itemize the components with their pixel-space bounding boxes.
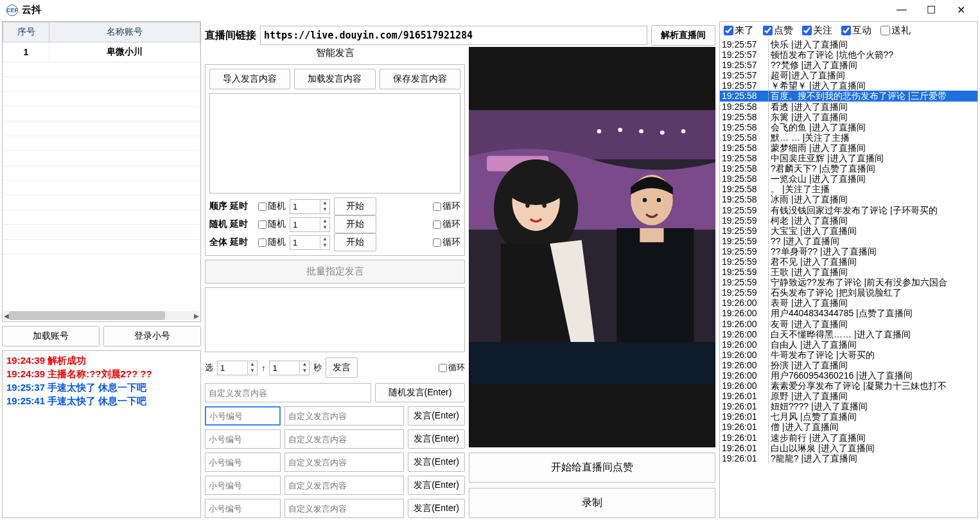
feed-row[interactable]: 19:25:57快乐 |进入了直播间 [720, 39, 977, 49]
batch-input[interactable] [205, 287, 465, 352]
feed-row[interactable]: 19:25:58?君麟天下? |点赞了直播间 [720, 163, 977, 174]
scroll-thumb[interactable] [9, 311, 165, 320]
delay-spinner[interactable]: ▲▼ [290, 235, 330, 250]
random-speak-button[interactable]: 随机发言(Enter) [375, 383, 465, 402]
alt-account-id-input[interactable] [205, 499, 281, 518]
parse-stream-button[interactable]: 解析直播间 [651, 25, 715, 46]
filter-互动[interactable]: 互动 [841, 24, 871, 37]
custom-content-input[interactable] [284, 499, 404, 518]
table-row[interactable]: 1卑微小川 [3, 42, 200, 62]
accounts-table[interactable]: 序号 名称账号 1卑微小川 [3, 22, 200, 269]
close-button[interactable]: ✕ [956, 4, 966, 15]
feed-row[interactable]: 19:26:00白天不懂晔得黑…… |进入了直播间 [720, 329, 977, 339]
feed-row[interactable]: 19:25:58会飞的鱼 |进入了直播间 [720, 122, 977, 132]
filter-送礼[interactable]: 送礼 [880, 24, 911, 37]
speak-enter-button[interactable]: 发言(Enter) [408, 476, 465, 495]
speak-enter-button[interactable]: 发言(Enter) [408, 499, 465, 518]
loop-checkbox[interactable]: 循环 [433, 201, 460, 212]
start-button[interactable]: 开始 [334, 197, 376, 215]
feed-row[interactable]: 19:26:01原野 |进入了直播间 [720, 391, 977, 401]
delay-spinner[interactable]: ▲▼ [290, 199, 330, 214]
custom-content-input[interactable] [284, 429, 404, 449]
feed-row[interactable]: 19:26:01妞妞???? |进入了直播间 [720, 401, 977, 411]
feed-row[interactable]: 19:25:57超哥|进入了直播间 [720, 70, 977, 80]
custom-content-input[interactable] [284, 453, 404, 472]
feed-row[interactable]: 19:25:58默… … |关注了主播 [720, 132, 977, 143]
feed-row[interactable]: 19:26:01僧 |进入了直播间 [720, 422, 977, 432]
feed-row[interactable]: 19:25:58中国裴庄亚辉 |进入了直播间 [720, 153, 977, 163]
random-checkbox[interactable]: 随机 [258, 237, 286, 248]
feed-row[interactable]: 19:25:58看透 |进入了直播间 [720, 102, 977, 112]
custom-content-input[interactable] [284, 406, 404, 426]
scroll-right-icon[interactable]: ▶ [192, 311, 201, 320]
alt-account-id-input[interactable] [205, 429, 281, 449]
save-speech-button[interactable]: 保存发言内容 [380, 69, 460, 89]
alt-account-id-input[interactable] [205, 406, 281, 426]
event-feed[interactable]: 19:25:57快乐 |进入了直播间19:25:57顿悟发布了评论 |坑他个火箭… [720, 39, 977, 517]
select-loop-checkbox[interactable]: 循环 [439, 362, 465, 373]
alt-account-id-input[interactable] [205, 476, 281, 495]
feed-row[interactable]: 19:26:00扮演 |进入了直播间 [720, 360, 977, 370]
select-from-spinner[interactable]: ▲▼ [217, 361, 258, 375]
start-button[interactable]: 开始 [334, 215, 376, 233]
filter-来了[interactable]: 来了 [724, 24, 754, 37]
load-accounts-button[interactable]: 加载账号 [2, 326, 100, 346]
feed-row[interactable]: 19:26:00用户7660954360216 |进入了直播间 [720, 370, 977, 381]
speak-enter-button[interactable]: 发言(Enter) [408, 406, 465, 426]
custom-speech-input[interactable] [205, 383, 371, 402]
horizontal-scrollbar[interactable]: ◀ ▶ [4, 311, 199, 320]
col-header-name[interactable]: 名称账号 [49, 22, 200, 42]
feed-row[interactable]: 19:25:59柯老 |进入了直播间 [720, 215, 977, 226]
alt-account-id-input[interactable] [205, 453, 281, 472]
select-to-spinner[interactable]: ▲▼ [269, 361, 310, 375]
feed-row[interactable]: 19:25:59石头发布了评论 |把刘晨说脸红了 [720, 287, 977, 298]
feed-row[interactable]: 19:26:00友哥 |进入了直播间 [720, 319, 977, 329]
stream-url-input[interactable] [260, 26, 647, 45]
speak-enter-button[interactable]: 发言(Enter) [408, 429, 465, 449]
feed-row[interactable]: 19:25:58蒙梦细雨 |进入了直播间 [720, 143, 977, 153]
feed-row[interactable]: 19:25:59王歌 |进入了直播间 [720, 267, 977, 277]
feed-row[interactable]: 19:25:57￥希望￥ |进入了直播间 [720, 80, 977, 91]
feed-row[interactable]: 19:26:00自由人 |进入了直播间 [720, 339, 977, 350]
feed-row[interactable]: 19:25:57??梵修 |进入了直播间 [720, 60, 977, 70]
speech-content-textarea[interactable] [209, 93, 460, 193]
loop-checkbox[interactable]: 循环 [433, 219, 460, 230]
feed-row[interactable]: 19:25:58一览众山 |进入了直播间 [720, 174, 977, 184]
feed-row[interactable]: 19:25:58。 |关注了主播 [720, 184, 977, 194]
feed-row[interactable]: 19:25:59?? |进入了直播间 [720, 236, 977, 246]
feed-row[interactable]: 19:26:01速步前行 |进入了直播间 [720, 433, 977, 443]
batch-assign-button[interactable]: 批量指定发言 [205, 260, 465, 283]
delay-spinner[interactable]: ▲▼ [290, 217, 330, 232]
feed-row[interactable]: 19:25:59大宝宝 |进入了直播间 [720, 226, 977, 236]
select-speak-button[interactable]: 发言 [326, 357, 358, 378]
feed-row[interactable]: 19:26:01?龍龍? |进入了直播间 [720, 453, 977, 463]
maximize-button[interactable]: ☐ [926, 4, 936, 15]
random-checkbox[interactable]: 随机 [258, 219, 286, 230]
record-button[interactable]: 录制 [469, 488, 715, 518]
feed-row[interactable]: 19:25:57顿悟发布了评论 |坑他个火箭?? [720, 49, 977, 60]
feed-row[interactable]: 19:25:59宁静致远??发布了评论 |前天有没参加六国合 [720, 277, 977, 287]
col-header-seq[interactable]: 序号 [3, 22, 49, 42]
feed-row[interactable]: 19:25:59有钱没钱回家过年发布了评论 |子环哥买的 [720, 205, 977, 215]
feed-row[interactable]: 19:25:59??单身哥?? |进入了直播间 [720, 246, 977, 256]
feed-row[interactable]: 19:25:58百度。搜不到我的悲伤发布了评论 |三斤爱带 [720, 91, 977, 101]
filter-点赞[interactable]: 点赞 [763, 24, 793, 37]
feed-row[interactable]: 19:26:01七月风 |点赞了直播间 [720, 411, 977, 422]
loop-checkbox[interactable]: 循环 [433, 237, 460, 248]
feed-row[interactable]: 19:26:01白山以琳泉 |进入了直播间 [720, 443, 977, 453]
filter-关注[interactable]: 关注 [802, 24, 832, 37]
feed-row[interactable]: 19:26:00牛哥发布了评论 |大哥买的 [720, 350, 977, 360]
random-checkbox[interactable]: 随机 [258, 201, 286, 212]
feed-row[interactable]: 19:26:00用户4404834344785 |点赞了直播间 [720, 308, 977, 318]
feed-row[interactable]: 19:26:00素素爱分享发布了评论 |凝聚力十三妹也打不 [720, 381, 977, 391]
feed-row[interactable]: 19:26:00表哥 |进入了直播间 [720, 298, 977, 308]
speak-enter-button[interactable]: 发言(Enter) [408, 453, 465, 472]
minimize-button[interactable]: — [897, 4, 907, 15]
load-speech-button[interactable]: 加载发言内容 [294, 69, 375, 89]
feed-row[interactable]: 19:25:59君不见 |进入了直播间 [720, 256, 977, 267]
login-alt-button[interactable]: 登录小号 [103, 326, 201, 346]
start-button[interactable]: 开始 [334, 233, 376, 251]
feed-row[interactable]: 19:25:58冰雨 |进入了直播间 [720, 194, 977, 204]
feed-row[interactable]: 19:25:58东篱 |进入了直播间 [720, 112, 977, 122]
start-like-button[interactable]: 开始给直播间点赞 [469, 453, 715, 483]
